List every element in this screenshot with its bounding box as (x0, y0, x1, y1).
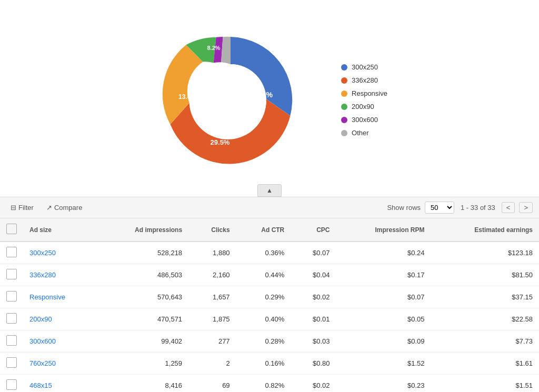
row-rpm: $1.52 (336, 353, 431, 375)
row-earnings: $1.61 (431, 353, 539, 375)
row-checkbox[interactable] (6, 379, 17, 390)
row-ctr: 0.16% (236, 353, 291, 375)
row-clicks: 1,657 (188, 286, 236, 308)
row-ctr: 0.29% (236, 286, 291, 308)
row-checkbox[interactable] (6, 269, 17, 279)
row-checkbox[interactable] (6, 313, 17, 324)
row-rpm: $0.07 (336, 286, 431, 308)
row-impressions: 99,402 (97, 330, 188, 353)
row-checkbox-cell (0, 286, 23, 308)
next-page-button[interactable]: > (519, 202, 533, 213)
row-ctr: 0.82% (236, 375, 291, 393)
show-rows-select[interactable]: 50 25 100 (425, 202, 454, 214)
row-checkbox[interactable] (6, 291, 17, 301)
row-cpc: $0.07 (291, 242, 336, 264)
row-rpm: $0.05 (336, 308, 431, 330)
th-checkbox (0, 218, 23, 242)
row-earnings: $81.50 (431, 264, 539, 286)
row-checkbox-cell (0, 353, 23, 375)
row-checkbox-cell (0, 308, 23, 330)
label-336x280: 29.5% (211, 138, 230, 146)
th-ad-size[interactable]: Ad size (23, 218, 97, 242)
prev-page-button[interactable]: < (502, 202, 515, 213)
table-row: 336x280 486,503 2,160 0.44% $0.04 $0.17 … (0, 264, 539, 286)
compare-icon: ↗ (46, 204, 52, 212)
pagination-info: 1 - 33 of 33 (461, 204, 495, 212)
row-cpc: $0.04 (291, 264, 336, 286)
row-ad-size[interactable]: Responsive (23, 286, 97, 308)
table-row: 300x600 99,402 277 0.28% $0.03 $0.09 $7.… (0, 330, 539, 353)
show-rows-label: Show rows (387, 204, 421, 212)
row-clicks: 2,160 (188, 264, 236, 286)
chart-legend: 300x250 336x280 Responsive 200x90 300x60… (341, 63, 387, 137)
row-checkbox[interactable] (6, 335, 17, 346)
row-rpm: $0.24 (336, 242, 431, 264)
row-impressions: 528,218 (97, 242, 188, 264)
row-impressions: 470,571 (97, 308, 188, 330)
legend-dot-336x280 (341, 77, 347, 84)
row-earnings: $123.18 (431, 242, 539, 264)
row-checkbox-cell (0, 375, 23, 393)
row-ad-size[interactable]: 300x600 (23, 330, 97, 353)
collapse-handle: ▲ (0, 184, 539, 197)
table-row: Responsive 570,643 1,657 0.29% $0.02 $0.… (0, 286, 539, 308)
th-rpm[interactable]: Impression RPM (336, 218, 431, 242)
filter-button[interactable]: ⊟ Filter (6, 202, 38, 214)
row-cpc: $0.02 (291, 286, 336, 308)
row-earnings: $1.51 (431, 375, 539, 393)
row-checkbox-cell (0, 242, 23, 264)
row-ad-size[interactable]: 336x280 (23, 264, 97, 286)
table-row: 468x15 8,416 69 0.82% $0.02 $0.23 $1.51 (0, 375, 539, 393)
table-toolbar: ⊟ Filter ↗ Compare Show rows 50 25 100 1… (0, 197, 539, 218)
row-impressions: 570,643 (97, 286, 188, 308)
row-ctr: 0.28% (236, 330, 291, 353)
table-section: ⊟ Filter ↗ Compare Show rows 50 25 100 1… (0, 197, 539, 392)
row-ad-size[interactable]: 760x250 (23, 353, 97, 375)
th-earnings[interactable]: Estimated earnings (431, 218, 539, 242)
header-checkbox[interactable] (6, 224, 17, 234)
toolbar-right: Show rows 50 25 100 1 - 33 of 33 < > (387, 202, 533, 214)
filter-icon: ⊟ (11, 204, 16, 212)
table-row: 300x250 528,218 1,880 0.36% $0.07 $0.24 … (0, 242, 539, 264)
row-clicks: 1,880 (188, 242, 236, 264)
legend-dot-other (341, 130, 347, 136)
legend-dot-responsive (341, 91, 347, 97)
row-checkbox-cell (0, 330, 23, 353)
th-clicks[interactable]: Clicks (188, 218, 236, 242)
th-ctr[interactable]: Ad CTR (236, 218, 291, 242)
th-impressions[interactable]: Ad impressions (97, 218, 188, 242)
row-checkbox[interactable] (6, 357, 17, 368)
row-ctr: 0.40% (236, 308, 291, 330)
row-cpc: $0.01 (291, 308, 336, 330)
table-row: 760x250 1,259 2 0.16% $0.80 $1.52 $1.61 (0, 353, 539, 375)
toolbar-left: ⊟ Filter ↗ Compare (6, 202, 86, 214)
legend-item-responsive: Responsive (341, 89, 387, 97)
row-clicks: 69 (188, 375, 236, 393)
row-ctr: 0.36% (236, 242, 291, 264)
legend-label-300x600: 300x600 (352, 116, 378, 124)
donut-svg: 44.5% 29.5% 13.4% 8.2% (152, 21, 310, 179)
filter-label: Filter (18, 204, 34, 212)
row-cpc: $0.03 (291, 330, 336, 353)
legend-item-200x90: 200x90 (341, 103, 387, 110)
compare-button[interactable]: ↗ Compare (42, 202, 86, 214)
row-clicks: 277 (188, 330, 236, 353)
row-impressions: 1,259 (97, 353, 188, 375)
svg-point-0 (195, 64, 266, 136)
row-rpm: $0.23 (336, 375, 431, 393)
legend-label-responsive: Responsive (352, 89, 387, 97)
row-checkbox[interactable] (6, 247, 17, 257)
th-cpc[interactable]: CPC (291, 218, 336, 242)
legend-label-200x90: 200x90 (352, 103, 374, 110)
label-300x250: 44.5% (252, 91, 273, 99)
row-ad-size[interactable]: 300x250 (23, 242, 97, 264)
legend-item-336x280: 336x280 (341, 76, 387, 84)
data-table: Ad size Ad impressions Clicks Ad CTR CPC… (0, 218, 539, 392)
row-ad-size[interactable]: 468x15 (23, 375, 97, 393)
table-header-row: Ad size Ad impressions Clicks Ad CTR CPC… (0, 218, 539, 242)
legend-label-336x280: 336x280 (352, 76, 378, 84)
row-ad-size[interactable]: 200x90 (23, 308, 97, 330)
row-impressions: 486,503 (97, 264, 188, 286)
legend-dot-300x600 (341, 117, 347, 123)
collapse-button[interactable]: ▲ (257, 184, 282, 197)
